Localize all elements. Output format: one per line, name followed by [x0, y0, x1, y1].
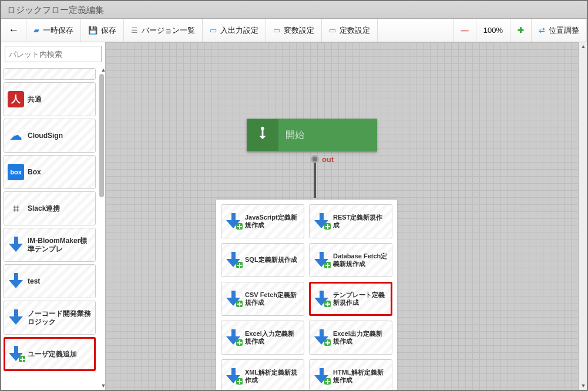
save-button[interactable]: 💾保存: [81, 19, 124, 42]
var-settings-button[interactable]: ▭変数設定: [266, 19, 322, 42]
palette-sidebar: 人 共通 ☁ CloudSign box Box ⌗ Slack連携 IM: [1, 42, 106, 390]
download-add-icon: [225, 291, 241, 307]
create-dbfetch-def[interactable]: Database Fetch定義新規作成: [309, 243, 392, 277]
start-node[interactable]: 開始: [247, 119, 377, 151]
sidebar-item-nocode[interactable]: ノーコード開発業務ロジック: [4, 301, 96, 335]
sidebar-item-box[interactable]: box Box: [4, 155, 96, 189]
create-javascript-def[interactable]: JavaScript定義新規作成: [221, 204, 304, 238]
download-add-icon: [313, 252, 330, 268]
temp-save-button[interactable]: ▰一時保存: [26, 19, 81, 42]
create-sql-def[interactable]: SQL定義新規作成: [221, 243, 304, 277]
io-settings-button[interactable]: ▭入出力設定: [203, 19, 266, 42]
download-add-icon: [225, 252, 241, 268]
sidebar-item-cloudsign[interactable]: ☁ CloudSign: [4, 119, 96, 153]
pdf-icon: 人: [8, 91, 24, 107]
flow-canvas[interactable]: 開始 out JavaScript定義新規作成 REST定義新規作成 SQL定義…: [106, 42, 579, 390]
create-csvfetch-def[interactable]: CSV Fetch定義新規作成: [221, 282, 304, 316]
zoom-out-button[interactable]: —: [454, 19, 476, 42]
create-template-def[interactable]: テンプレート定義新規作成: [309, 282, 392, 316]
search-input[interactable]: [5, 46, 102, 62]
create-excel-in-def[interactable]: Excel入力定義新規作成: [221, 321, 304, 355]
versions-button[interactable]: ☰バージョン一覧: [124, 19, 203, 42]
download-add-icon: [313, 291, 330, 307]
window-title: ロジックフロー定義編集: [1, 1, 587, 19]
create-xml-def[interactable]: XML解析定義新規作成: [221, 359, 304, 390]
download-icon: [247, 119, 278, 151]
box-icon: box: [8, 164, 24, 180]
toolbar: ← ▰一時保存 💾保存 ☰バージョン一覧 ▭入出力設定 ▭変数設定 ▭定数設定 …: [1, 19, 587, 42]
zoom-display: 100%: [476, 19, 510, 42]
download-add-icon: [225, 368, 241, 385]
sidebar-item-partial[interactable]: [4, 68, 96, 80]
start-node-port[interactable]: [311, 155, 319, 163]
download-icon: [8, 237, 24, 253]
zoom-in-button[interactable]: ✚: [510, 19, 532, 42]
layout-button[interactable]: ⇄位置調整: [532, 19, 587, 42]
palette-search: [1, 42, 105, 66]
sidebar-item-bloommaker[interactable]: IM-BloomMaker標準テンプレ: [4, 228, 96, 262]
cloud-icon: ☁: [8, 127, 24, 144]
svg-point-0: [261, 127, 264, 130]
download-icon: [8, 273, 24, 289]
download-add-icon: [8, 346, 24, 362]
download-add-icon: [225, 213, 241, 230]
sidebar-scrollbar[interactable]: ▲ ▼: [99, 66, 104, 390]
canvas-scrollbar[interactable]: ▲ ▼: [579, 42, 587, 390]
const-settings-button[interactable]: ▭定数設定: [322, 19, 378, 42]
back-button[interactable]: ←: [1, 19, 26, 42]
download-add-icon: [225, 329, 241, 346]
create-excel-out-def[interactable]: Excel出力定義新規作成: [309, 321, 392, 355]
start-node-port-label: out: [322, 155, 334, 164]
start-node-label: 開始: [278, 129, 304, 141]
node-create-popup: JavaScript定義新規作成 REST定義新規作成 SQL定義新規作成 Da…: [216, 200, 397, 390]
sidebar-item-common[interactable]: 人 共通: [4, 82, 96, 116]
download-add-icon: [313, 368, 330, 385]
download-icon: [8, 309, 24, 326]
download-add-icon: [313, 213, 330, 230]
flow-edge: [314, 163, 316, 198]
create-rest-def[interactable]: REST定義新規作成: [309, 204, 392, 238]
slack-icon: ⌗: [8, 200, 24, 217]
sidebar-item-test[interactable]: test: [4, 264, 96, 298]
sidebar-item-userdef-add[interactable]: ユーザ定義追加: [4, 337, 96, 371]
download-add-icon: [313, 329, 330, 346]
create-html-def[interactable]: HTML解析定義新規作成: [309, 359, 392, 390]
sidebar-item-slack[interactable]: ⌗ Slack連携: [4, 191, 96, 225]
